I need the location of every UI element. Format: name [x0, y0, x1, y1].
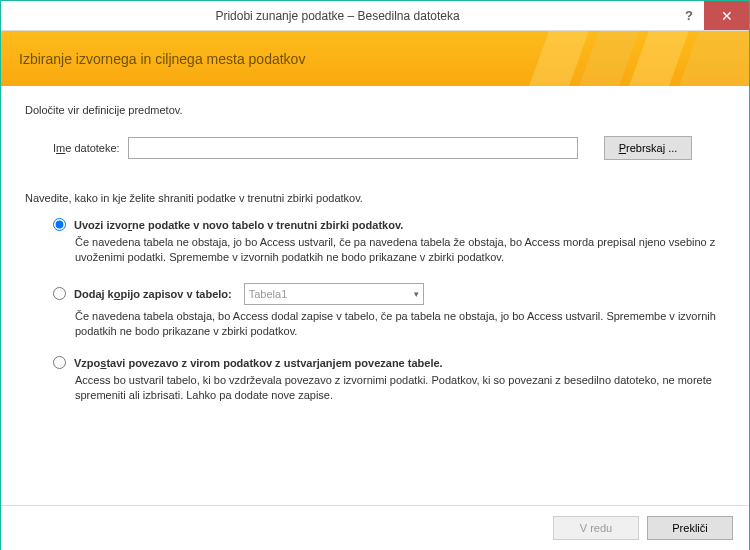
file-label: Ime datoteke:	[53, 142, 120, 154]
desc-import-new-table: Če navedena tabela ne obstaja, jo bo Acc…	[75, 235, 725, 265]
table-select-value: Tabela1	[249, 288, 288, 300]
import-options: Uvozi izvorne podatke v novo tabelo v tr…	[53, 218, 725, 403]
wizard-content: Določite vir definicije predmetov. Ime d…	[1, 86, 749, 431]
banner-decoration-icon	[529, 31, 749, 86]
file-row: Ime datoteke: Prebrskaj ...	[53, 136, 725, 160]
chevron-down-icon: ▾	[414, 289, 419, 299]
titlebar-buttons: ? ✕	[674, 1, 749, 30]
option-import-new-table: Uvozi izvorne podatke v novo tabelo v tr…	[53, 218, 725, 265]
label-import-new-table[interactable]: Uvozi izvorne podatke v novo tabelo v tr…	[74, 219, 403, 231]
table-select[interactable]: Tabela1 ▾	[244, 283, 424, 305]
browse-button[interactable]: Prebrskaj ...	[604, 136, 693, 160]
cancel-button[interactable]: Prekliči	[647, 516, 733, 540]
close-button[interactable]: ✕	[704, 1, 749, 30]
option-link-table: Vzpostavi povezavo z virom podatkov z us…	[53, 356, 725, 403]
label-link-table[interactable]: Vzpostavi povezavo z virom podatkov z us…	[74, 357, 443, 369]
label-append-copy[interactable]: Dodaj kopijo zapisov v tabelo:	[74, 288, 232, 300]
dialog-footer: V redu Prekliči	[1, 505, 749, 550]
filename-input[interactable]	[128, 137, 578, 159]
wizard-heading: Izbiranje izvornega in ciljnega mesta po…	[19, 51, 305, 67]
desc-append-copy: Če navedena tabela obstaja, bo Access do…	[75, 309, 725, 339]
wizard-banner: Izbiranje izvornega in ciljnega mesta po…	[1, 31, 749, 86]
radio-link-table[interactable]	[53, 356, 66, 369]
ok-button[interactable]: V redu	[553, 516, 639, 540]
titlebar: Pridobi zunanje podatke – Besedilna dato…	[1, 1, 749, 31]
window-title: Pridobi zunanje podatke – Besedilna dato…	[1, 9, 674, 23]
svg-marker-0	[529, 31, 589, 86]
store-instruction: Navedite, kako in kje želite shraniti po…	[25, 192, 725, 204]
option-append-copy: Dodaj kopijo zapisov v tabelo: Tabela1 ▾…	[53, 283, 725, 339]
svg-marker-1	[579, 31, 639, 86]
radio-append-copy[interactable]	[53, 287, 66, 300]
radio-import-new-table[interactable]	[53, 218, 66, 231]
help-button[interactable]: ?	[674, 1, 704, 30]
svg-marker-2	[629, 31, 689, 86]
desc-link-table: Access bo ustvaril tabelo, ki bo vzdržev…	[75, 373, 725, 403]
source-prompt: Določite vir definicije predmetov.	[25, 104, 725, 116]
svg-marker-3	[679, 31, 749, 86]
